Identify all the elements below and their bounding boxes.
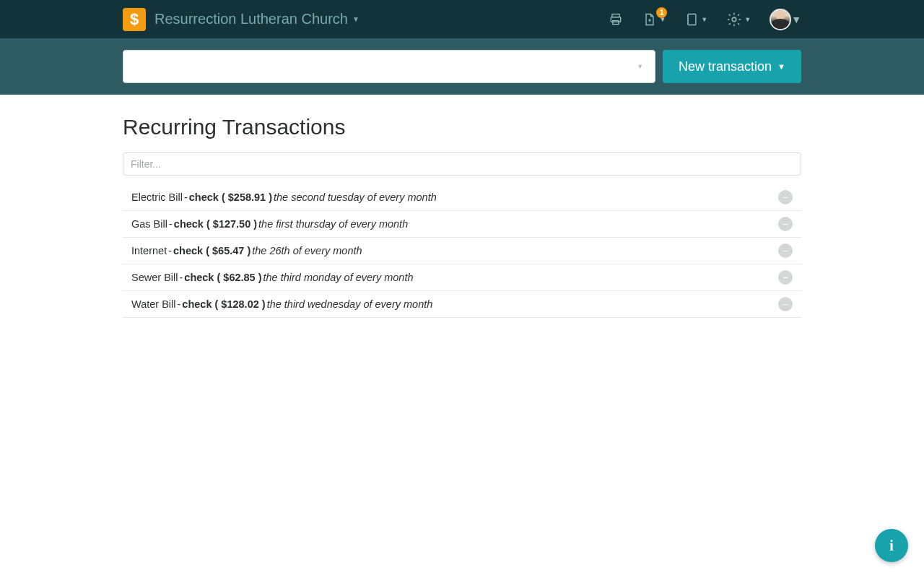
svg-point-4 <box>732 17 736 22</box>
chevron-down-icon: ▼ <box>352 15 359 23</box>
chevron-down-icon: ▼ <box>701 16 707 23</box>
page-title: Recurring Transactions <box>123 115 801 139</box>
remove-icon[interactable]: − <box>778 190 793 204</box>
chevron-down-icon: ▼ <box>744 16 751 23</box>
transaction-row[interactable]: Internet - check ( $65.47 ) the 26th of … <box>123 238 801 264</box>
new-transaction-label: New transaction <box>679 59 772 74</box>
org-switcher[interactable]: Resurrection Lutheran Church ▼ <box>154 11 359 27</box>
transaction-name: Electric Bill <box>131 191 183 203</box>
transaction-schedule: the third wednesday of every month <box>267 298 433 310</box>
transaction-name: Sewer Bill <box>131 272 178 283</box>
new-transaction-button[interactable]: New transaction ▼ <box>663 50 801 83</box>
svg-rect-3 <box>688 14 696 25</box>
transaction-detail: check ( $128.02 ) <box>182 298 265 310</box>
settings-gear-icon[interactable]: ▼ <box>726 12 751 27</box>
filter-input[interactable] <box>123 152 801 176</box>
action-bar: New transaction ▼ <box>0 38 924 95</box>
transaction-schedule: the second tuesday of every month <box>274 191 437 203</box>
account-select[interactable] <box>123 50 655 83</box>
remove-icon[interactable]: − <box>778 270 793 285</box>
import-file-icon[interactable]: 1 ▼ <box>642 12 666 27</box>
org-name: Resurrection Lutheran Church <box>154 11 348 27</box>
transaction-list: Electric Bill - check ( $258.91 ) the se… <box>123 184 801 318</box>
transaction-detail: check ( $62.85 ) <box>184 272 261 283</box>
remove-icon[interactable]: − <box>778 217 793 231</box>
transaction-detail: check ( $65.47 ) <box>173 245 250 256</box>
transaction-row[interactable]: Sewer Bill - check ( $62.85 ) the third … <box>123 264 801 291</box>
topbar: $ Resurrection Lutheran Church ▼ 1 ▼ ▼ ▼ <box>0 0 924 38</box>
svg-rect-2 <box>613 20 619 24</box>
user-menu[interactable]: ▼ <box>770 9 801 30</box>
transaction-schedule: the first thursday of every month <box>258 218 408 230</box>
transaction-row[interactable]: Gas Bill - check ( $127.50 ) the first t… <box>123 211 801 238</box>
journal-icon[interactable]: ▼ <box>684 12 707 27</box>
transaction-name: Gas Bill <box>131 218 167 230</box>
print-icon[interactable] <box>608 12 624 27</box>
avatar <box>770 9 791 30</box>
transaction-schedule: the 26th of every month <box>252 245 362 256</box>
transaction-name: Water Bill <box>131 298 176 310</box>
chevron-down-icon: ▼ <box>791 14 801 25</box>
transaction-schedule: the third monday of every month <box>263 272 414 283</box>
app-logo-icon: $ <box>123 8 146 31</box>
chevron-down-icon: ▼ <box>777 62 785 71</box>
remove-icon[interactable]: − <box>778 297 793 311</box>
notification-badge: 1 <box>656 7 667 18</box>
main-content: Recurring Transactions Electric Bill - c… <box>123 95 801 318</box>
transaction-row[interactable]: Water Bill - check ( $128.02 ) the third… <box>123 291 801 318</box>
transaction-name: Internet <box>131 245 167 256</box>
remove-icon[interactable]: − <box>778 243 793 258</box>
transaction-row[interactable]: Electric Bill - check ( $258.91 ) the se… <box>123 184 801 211</box>
transaction-detail: check ( $127.50 ) <box>174 218 257 230</box>
transaction-detail: check ( $258.91 ) <box>189 191 272 203</box>
